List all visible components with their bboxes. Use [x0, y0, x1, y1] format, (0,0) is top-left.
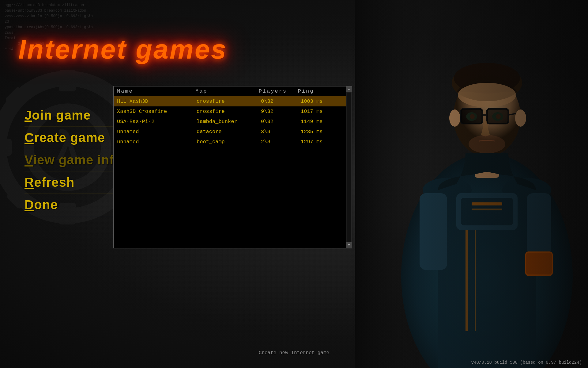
server-ping: 1235 ms: [301, 129, 347, 135]
page-title: Internet games: [18, 34, 227, 65]
header-name: Name: [117, 88, 195, 94]
svg-point-20: [458, 83, 516, 107]
server-list-body: HL1 Xash3D crossfire 0\32 1003 ms Xash3D…: [114, 96, 352, 248]
server-players: 9\32: [261, 109, 301, 114]
character-portrait: [355, 0, 588, 368]
server-list-headers: Name Map Players Ping: [114, 86, 352, 96]
server-ping: 1297 ms: [301, 139, 347, 145]
svg-rect-39: [472, 202, 502, 205]
server-players: 3\8: [261, 129, 301, 135]
server-row[interactable]: unnamed boot_camp 2\8 1297 ms: [114, 137, 352, 147]
svg-rect-38: [461, 198, 513, 225]
nav-item-create-game-label: Create game: [24, 130, 105, 145]
server-name: unnamed: [117, 129, 197, 135]
scrollbar-track[interactable]: [347, 96, 351, 242]
header-players: Players: [259, 88, 298, 94]
scroll-down-button[interactable]: ▼: [346, 242, 352, 248]
svg-rect-41: [420, 193, 447, 270]
nav-item-view-game-info: View game info: [24, 149, 122, 171]
header-map: Map: [195, 88, 259, 94]
svg-point-32: [449, 109, 460, 127]
svg-point-31: [496, 114, 501, 119]
server-name: USA·Ras·Pi·2: [117, 119, 197, 125]
server-row[interactable]: Xash3D Crossfire crossfire 9\32 1017 ms: [114, 106, 352, 117]
svg-point-34: [469, 135, 505, 153]
version-info: v48/0.18 build 500 (based on 0.97 build2…: [471, 360, 582, 365]
server-map: lambda_bunker: [197, 119, 261, 125]
svg-rect-40: [472, 209, 502, 210]
nav-item-join-game-label: Join game: [24, 108, 91, 122]
svg-rect-4: [0, 139, 12, 156]
server-row[interactable]: HL1 Xash3D crossfire 0\32 1003 ms: [114, 96, 352, 106]
nav-item-create-game[interactable]: Create game: [24, 127, 122, 149]
server-map: datacore: [197, 129, 261, 135]
server-players: 2\8: [261, 139, 301, 145]
server-row[interactable]: USA·Ras·Pi·2 lambda_bunker 0\32 1149 ms: [114, 117, 352, 127]
server-map: crossfire: [197, 98, 261, 104]
scrollbar: ▲ ▼: [346, 96, 352, 248]
server-players: 0\32: [261, 98, 301, 104]
server-map: boot_camp: [197, 139, 261, 145]
nav-item-done[interactable]: Done: [24, 194, 122, 216]
svg-point-33: [515, 109, 526, 127]
server-panel: Name Map Players Ping HL1 Xash3D crossfi…: [113, 86, 352, 248]
server-ping: 1149 ms: [301, 119, 347, 125]
header-ping: Ping: [298, 88, 343, 94]
server-name: Xash3D Crossfire: [117, 109, 197, 114]
nav-menu: Join game Create game View game info Ref…: [24, 104, 122, 216]
server-name: HL1 Xash3D: [117, 98, 197, 104]
svg-rect-2: [59, 70, 76, 91]
server-name: unnamed: [117, 139, 197, 145]
nav-item-view-game-info-label: View game info: [24, 153, 122, 167]
server-row[interactable]: unnamed datacore 3\8 1235 ms: [114, 127, 352, 137]
version-text: v48/0.18 build 500 (based on 0.97 build2…: [471, 360, 582, 365]
svg-rect-42: [527, 193, 551, 255]
svg-rect-44: [526, 253, 552, 274]
nav-item-refresh[interactable]: Refresh: [24, 171, 122, 194]
server-ping: 1017 ms: [301, 109, 347, 114]
nav-item-join-game[interactable]: Join game: [24, 104, 122, 127]
nav-item-done-label: Done: [24, 197, 58, 212]
svg-point-30: [470, 114, 475, 119]
server-rows: HL1 Xash3D crossfire 0\32 1003 ms Xash3D…: [114, 96, 352, 248]
server-ping: 1003 ms: [301, 98, 347, 104]
server-players: 0\32: [261, 119, 301, 125]
server-map: crossfire: [197, 109, 261, 114]
status-text: Create new Internet game: [259, 350, 329, 356]
nav-item-refresh-label: Refresh: [24, 175, 74, 190]
status-bar: Create new Internet game: [0, 350, 588, 356]
